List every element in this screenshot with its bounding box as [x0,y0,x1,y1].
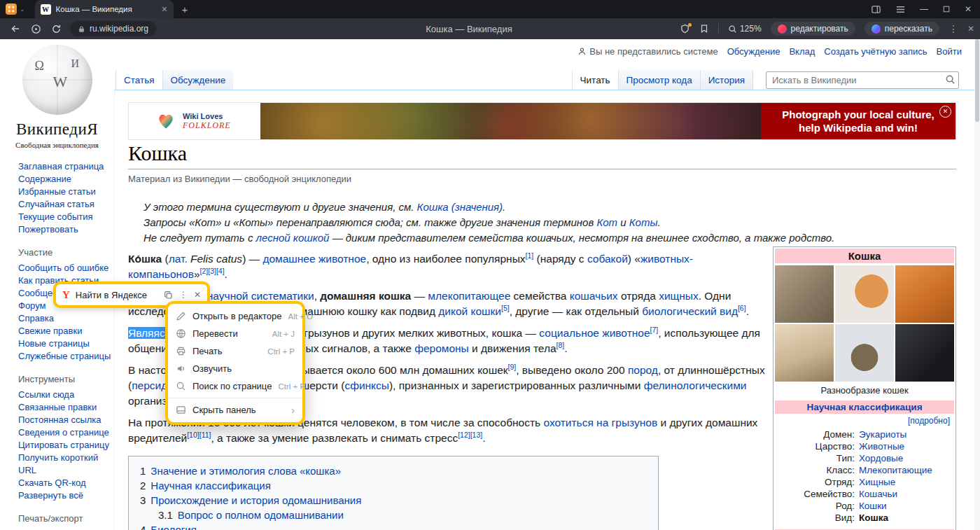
sidebar-item-main-page[interactable]: Заглавная страница [18,160,114,173]
menu-item-hide-panel[interactable]: Скрыть панель › [168,401,302,419]
sidebar-item-current-events[interactable]: Текущие события [18,211,114,223]
inline-link[interactable]: социальное животное [539,327,650,339]
alice-icon[interactable] [31,24,41,34]
toc-link[interactable]: Происхождение и история одомашнивания [150,494,361,506]
sidebar-item-random[interactable]: Случайная статья [18,198,114,211]
cat-photo[interactable] [775,324,834,382]
sidebar-item-expand-all[interactable]: Развернуть всё [18,489,114,502]
refresh-button[interactable] [51,24,62,34]
personal-link-talk[interactable]: Обсуждение [727,46,780,57]
protect-icon[interactable] [680,24,690,34]
banner-close-icon[interactable]: ✕ [939,106,951,118]
find-in-yandex-button[interactable]: Найти в Яндексе [76,290,147,300]
tab-article[interactable]: Статья [115,70,162,90]
menu-icon[interactable] [895,4,906,15]
inline-link[interactable]: хищных [659,290,699,302]
reference-link[interactable]: [5] [501,304,510,312]
toolbar-more-icon[interactable]: ⋮ [948,24,958,34]
sidebar-item-help[interactable]: Справка [18,312,114,325]
search-input[interactable] [766,71,959,89]
inline-link[interactable]: научной систематики [207,290,314,302]
details-link[interactable]: [подробно] [775,414,954,427]
reference-link[interactable]: [9] [508,363,517,371]
inline-link[interactable]: лат. [169,253,188,265]
sidebar-item-recent-changes[interactable]: Свежие правки [18,325,114,337]
taxon-link[interactable]: Кошачьи [859,488,897,500]
sidebar-item-short-url[interactable]: Получить короткий URL [18,452,101,477]
edit-button[interactable]: редактировать [771,22,855,36]
wiki-wordmark[interactable]: ВикипедиЯ [0,120,114,139]
reference-link[interactable]: [12][13] [458,431,482,439]
inline-link[interactable]: млекопитающее [428,290,510,302]
reference-link[interactable]: [10][11] [187,431,211,439]
browser-menu-button[interactable]: ⌄ [6,4,25,15]
sidebar-item-contents[interactable]: Содержание [18,173,114,186]
address-bar[interactable]: ru.wikipedia.org [70,21,156,36]
classification-header[interactable]: Научная классификация [775,400,954,414]
sidebar-item-page-info[interactable]: Сведения о странице [18,426,114,439]
sidebar-item-special-pages[interactable]: Служебные страницы [18,350,114,363]
tab-close-icon[interactable]: ✕ [161,6,167,13]
sidebar-item-related-changes[interactable]: Связанные правки [18,401,114,414]
inline-link[interactable]: кошачьих [570,290,618,302]
search-icon[interactable] [945,74,955,88]
personal-link-contributions[interactable]: Вклад [789,46,815,57]
tab-discussion[interactable]: Обсуждение [162,70,234,90]
side-panel-icon[interactable] [871,4,881,15]
new-tab-button[interactable]: + [182,4,188,15]
wikipedia-logo[interactable]: Ω W И [22,45,92,115]
inline-link[interactable]: охотиться на грызунов [543,417,657,428]
inline-link[interactable]: феромоны [414,342,469,354]
inline-link[interactable]: домашнее животное [262,253,366,265]
reference-link[interactable]: [2][3][4] [200,267,225,275]
cat-photo[interactable] [895,324,954,382]
reference-link[interactable]: [1] [526,251,534,260]
inline-link[interactable]: фелинологическими [644,379,747,391]
retell-button[interactable]: пересказать [864,22,939,36]
zoom-indicator[interactable]: 125% [728,24,762,34]
sidebar-item-what-links-here[interactable]: Ссылки сюда [18,389,114,401]
inline-link[interactable]: сфинксы [344,379,389,391]
minimize-button[interactable]: — [920,4,928,14]
tab-read[interactable]: Читать [572,70,618,90]
taxon-link[interactable]: Кошки [859,500,887,512]
cat-photo[interactable] [835,265,894,323]
toc-link[interactable]: Значение и этимология слова «кошка» [150,465,341,477]
inline-link[interactable]: дикой кошки [438,305,501,317]
tab-history[interactable]: История [700,70,753,90]
browser-tab[interactable]: W Кошка — Википедия ✕ [35,0,174,18]
sidebar-item-new-pages[interactable]: Новые страницы [18,337,114,350]
page-scrollbar[interactable] [974,39,980,530]
find-bar-close-icon[interactable]: ✕ [194,291,201,299]
inline-link[interactable]: лесной кошкой [256,232,330,244]
bookmark-icon[interactable] [699,24,709,34]
taxon-link[interactable]: Хордовые [859,452,903,464]
personal-link-login[interactable]: Войти [937,46,962,57]
inline-link[interactable]: собакой [587,253,628,265]
toc-link[interactable]: Биология [150,524,196,530]
taxon-link[interactable]: Млекопитающие [859,464,932,476]
menu-item-open-in-editor[interactable]: Открыть в редакторе Alt + O [168,307,302,325]
copy-icon[interactable] [164,291,173,300]
scrollbar-thumb[interactable] [975,39,979,122]
inline-link[interactable]: Кошка (значения) [417,201,503,213]
banner-message-panel[interactable]: Photograph your local culture, help Wiki… [761,103,955,139]
cat-photo[interactable] [835,324,894,382]
reference-link[interactable]: [6] [738,304,746,312]
window-close-button[interactable]: ✕ [965,4,972,14]
sidebar-item-cite-page[interactable]: Цитировать страницу [18,439,114,452]
personal-link-create-account[interactable]: Создать учётную запись [824,46,927,57]
cat-photo[interactable] [775,265,834,323]
sidebar-item-featured[interactable]: Избранные статьи [18,186,114,198]
taxon-link[interactable]: Хищные [859,476,895,488]
menu-item-find-on-page[interactable]: Поиск по странице Ctrl + F [168,377,302,395]
menu-item-translate[interactable]: Перевести Alt + J [168,325,302,342]
sidebar-item-permanent-link[interactable]: Постоянная ссылка [18,414,114,426]
menu-item-read-aloud[interactable]: Озвучить [168,360,302,377]
inline-link[interactable]: пород [628,364,658,376]
reference-link[interactable]: [8] [556,341,565,349]
maximize-button[interactable] [942,5,951,13]
back-button[interactable] [10,23,21,34]
sidebar-item-qr-code[interactable]: Скачать QR-код [18,477,114,489]
reference-link[interactable]: [7] [650,326,659,334]
